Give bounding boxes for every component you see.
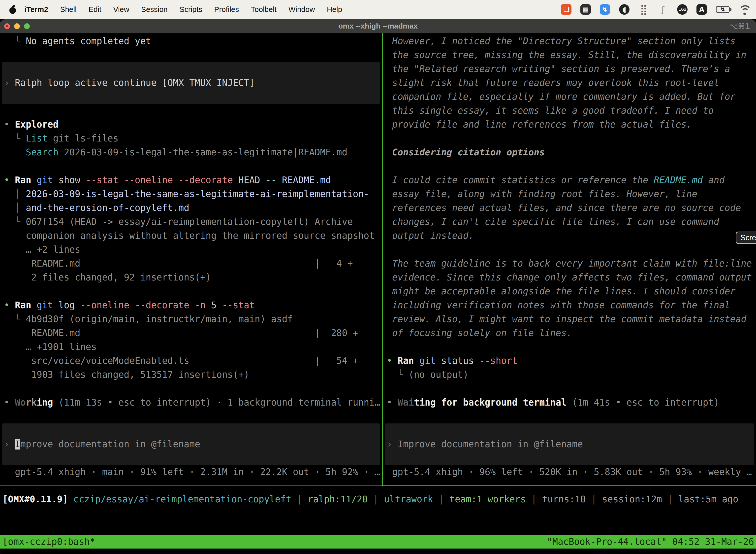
git-log-output: README.md | 280 + xyxy=(0,326,382,340)
dark-disc-icon[interactable]: ◖ xyxy=(619,4,630,15)
explored-search-line: Search 2026-03-09-is-legal-the-same-as-l… xyxy=(0,146,382,159)
hook-icon[interactable]: ʃ xyxy=(658,4,668,15)
pane-divider[interactable] xyxy=(382,33,383,486)
ralph-loop-line: › Ralph loop active continue [OMX_TMUX_I… xyxy=(0,76,382,90)
reasoning-paragraph: The team guideline is to back every impo… xyxy=(383,257,756,271)
iterm2-window: omx --xhigh --madmax ⌥⌘1 └ No agents com… xyxy=(0,19,756,554)
reasoning-paragraph: companion file, especially if more comme… xyxy=(383,90,756,104)
command-wrap-line: │ and-the-erosion-of-copyleft.md xyxy=(0,201,382,215)
reasoning-paragraph: the "Related research writing" section i… xyxy=(383,62,756,76)
prompt-input-line: › Improve documentation in @filename xyxy=(0,437,382,451)
reasoning-paragraph: changes, I can't cite specific file line… xyxy=(383,215,756,229)
reasoning-paragraph: this single essay, it seems like a good … xyxy=(383,104,756,118)
right-terminal-pane[interactable]: However, I noticed the "Directory Struct… xyxy=(383,34,756,486)
reasoning-paragraph: evidence. Since this change only affects… xyxy=(383,271,756,284)
reasoning-paragraph: I could cite commit statistics or refere… xyxy=(383,173,756,187)
left-terminal-pane[interactable]: └ No agents completed yet› Ralph loop ac… xyxy=(0,34,382,486)
menu-item-session[interactable]: Session xyxy=(135,5,174,14)
reasoning-paragraph: output instead. xyxy=(383,229,756,243)
window-title: omx --xhigh --madmax xyxy=(0,22,756,30)
agents-status-line: └ No agents completed yet xyxy=(0,34,382,48)
ran-git-status-line: • Ran git status --short xyxy=(383,354,756,368)
tmux-host-clock: "MacBook-Pro-44.local" 04:52 31-Mar-26 xyxy=(547,536,756,547)
git-log-output: └ 4b9d30f (origin/main, instructkr/main,… xyxy=(0,312,382,326)
reasoning-paragraph: slight risk that future readers may over… xyxy=(383,76,756,90)
reasoning-heading: Considering citation options xyxy=(383,146,756,159)
tmux-status-bar: [omx-cczip0:bash* "MacBook-Pro-44.local"… xyxy=(0,535,756,549)
waiting-status-line: • Waiting for background terminal (1m 41… xyxy=(383,396,756,409)
git-show-output: companion analysis without altering the … xyxy=(0,229,382,243)
ran-git-log-line: • Ran git log --oneline --decorate -n 5 … xyxy=(0,298,382,312)
wifi-icon[interactable]: ● xyxy=(739,5,751,14)
reasoning-paragraph: references need actual files, and since … xyxy=(383,201,756,215)
menu-item-iterm2[interactable]: iTerm2 xyxy=(20,5,54,14)
menu-items: iTerm2ShellEditViewSessionScriptsProfile… xyxy=(20,5,348,14)
menu-item-shell[interactable]: Shell xyxy=(54,5,82,14)
chat-app-icon[interactable]: ❑ xyxy=(561,4,571,15)
ran-git-show-line: • Ran git show --stat --oneline --decora… xyxy=(0,173,382,187)
menu-item-scripts[interactable]: Scripts xyxy=(174,5,208,14)
git-show-output: 2 files changed, 92 insertions(+) xyxy=(0,271,382,284)
prompt-input-line: › Improve documentation in @filename xyxy=(383,437,756,451)
macos-menu-bar: iTerm2ShellEditViewSessionScriptsProfile… xyxy=(0,0,756,19)
close-button[interactable] xyxy=(4,23,10,29)
working-status-line: • Working (11m 13s • esc to interrupt) ·… xyxy=(0,396,382,409)
menu-item-profiles[interactable]: Profiles xyxy=(208,5,245,14)
model-status-line: gpt-5.4 xhigh · 96% left · 520K in · 5.8… xyxy=(383,465,756,479)
bolt-app-icon[interactable]: ↯ xyxy=(600,4,610,15)
git-log-output: … +1901 lines xyxy=(0,340,382,354)
git-status-output: └ (no output) xyxy=(383,368,756,382)
command-wrap-line: │ 2026-03-09-is-legal-the-same-as-legiti… xyxy=(0,187,382,201)
tmux-window-label[interactable]: [omx-cczip0:bash* xyxy=(0,536,95,547)
model-status-line: gpt-5.4 xhigh · main · 91% left · 2.31M … xyxy=(0,465,382,479)
screenshot-toast[interactable]: Scre xyxy=(736,232,756,244)
reasoning-paragraph: the source tree, missing the essay. Stil… xyxy=(383,48,756,62)
reasoning-paragraph: review. Also, I might want to inspect th… xyxy=(383,312,756,326)
git-show-output: README.md | 4 + xyxy=(0,257,382,271)
explored-list-line: └ List git ls-files xyxy=(0,131,382,146)
menu-item-help[interactable]: Help xyxy=(321,5,348,14)
menu-item-toolbelt[interactable]: Toolbelt xyxy=(245,5,282,14)
apple-menu-icon[interactable] xyxy=(9,5,16,14)
git-log-output: src/voice/voiceModeEnabled.ts | 54 + xyxy=(0,354,382,368)
explored-header: • Explored xyxy=(0,118,382,131)
dots-grid-icon[interactable]: ⣿ xyxy=(638,4,649,15)
menu-item-window[interactable]: Window xyxy=(282,5,321,14)
inactive-pane-border xyxy=(382,486,756,486)
omx-status-line: [OMX#0.11.9] cczip/essay/ai-reimplementa… xyxy=(0,492,756,506)
menu-item-view[interactable]: View xyxy=(107,5,135,14)
reasoning-paragraph: including verification notes with those … xyxy=(383,298,756,312)
omx-status-bar: [OMX#0.11.9] cczip/essay/ai-reimplementa… xyxy=(0,492,756,506)
window-shortcut-badge: ⌥⌘1 xyxy=(730,22,750,31)
shield-grid-icon[interactable]: ▦ xyxy=(580,4,591,15)
menu-status-icons: ❑▦↯◖⣿ʃ..61A↯● xyxy=(561,4,756,15)
reasoning-paragraph: essay file, along with finding root file… xyxy=(383,187,756,201)
reasoning-paragraph: of focusing solely on file lines. xyxy=(383,326,756,340)
menu-item-edit[interactable]: Edit xyxy=(82,5,107,14)
window-titlebar: omx --xhigh --madmax ⌥⌘1 xyxy=(0,19,756,33)
reasoning-paragraph: provide file and line references from th… xyxy=(383,118,756,131)
reasoning-paragraph: might be acceptable alongside the file l… xyxy=(383,284,756,298)
git-show-output: └ 067f154 (HEAD -> essay/ai-reimplementa… xyxy=(0,215,382,229)
percent-badge-icon[interactable]: ..61 xyxy=(677,4,688,15)
active-pane-border xyxy=(0,486,382,486)
keyboard-a-icon[interactable]: A xyxy=(696,4,707,15)
git-show-output: … +2 lines xyxy=(0,243,382,257)
battery-icon[interactable]: ↯ xyxy=(716,6,730,13)
screenshot-toast-label: Scre xyxy=(740,233,756,242)
reasoning-paragraph: However, I noticed the "Directory Struct… xyxy=(383,34,756,48)
git-log-output: 1903 files changed, 513517 insertions(+) xyxy=(0,368,382,382)
